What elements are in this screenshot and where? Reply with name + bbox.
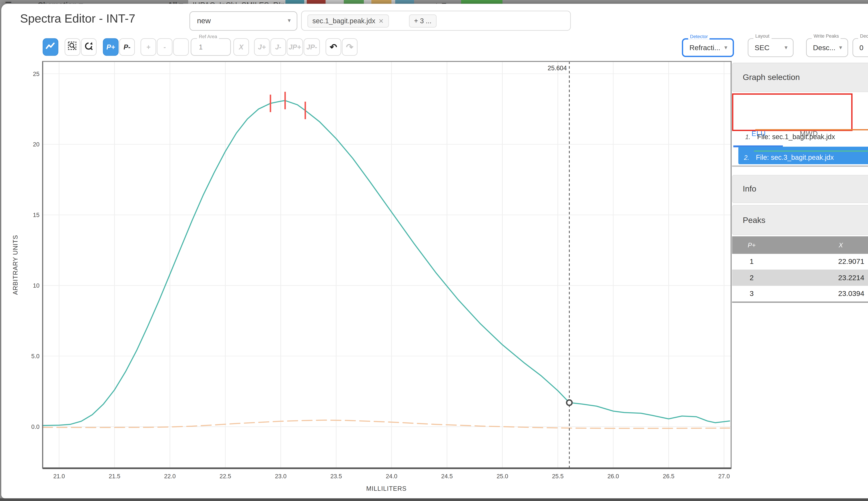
section-header-peaks[interactable]: Peaks ∧	[732, 205, 868, 235]
peak-x-value: 22.9071	[826, 258, 868, 265]
section-title: Peaks	[743, 215, 765, 224]
chart-area[interactable]: 25.60421.021.522.022.523.023.524.024.525…	[1, 57, 738, 499]
select-label: Decimal	[858, 33, 868, 39]
more-files-chip[interactable]: + 3 ...	[409, 14, 437, 27]
svg-text:15: 15	[33, 212, 39, 218]
section-header-info[interactable]: Info ∨	[732, 174, 868, 203]
svg-text:23.5: 23.5	[330, 472, 342, 479]
preset-select-value: new	[197, 16, 211, 25]
peaks-table: P+XY- 122.90712.29e+1✕223.22142.24e+1✕32…	[732, 236, 868, 303]
file-list-item[interactable]: 1.File: sec.1_bagit.peak.jdx	[740, 131, 868, 147]
decimal-select[interactable]: Decimal0▼	[853, 38, 868, 57]
chip-remove-icon[interactable]: ✕	[378, 17, 384, 24]
action-button-green[interactable]	[344, 0, 364, 4]
svg-text:23.0: 23.0	[275, 472, 286, 479]
series-legend-line	[754, 150, 868, 152]
line-chart-icon	[46, 42, 55, 51]
file-list-item[interactable]: 2.File: sec.3_bagit.peak.jdx	[738, 147, 868, 164]
file-chips-box[interactable]: sec.1_bagit.peak.jdx✕+ 3 ...	[301, 10, 571, 31]
select-label: Write Peaks	[812, 33, 841, 39]
peak-index: 3	[750, 290, 754, 297]
peaks-col-X: X	[839, 241, 843, 248]
svg-text:25: 25	[33, 70, 39, 77]
preset-select[interactable]: new ▼	[189, 11, 297, 30]
page-title: Spectra Editor - INT-7	[20, 12, 135, 25]
chip-label: sec.1_bagit.peak.jdx	[313, 17, 375, 24]
chevron-down-icon: ▼	[784, 45, 789, 50]
svg-text:0.0: 0.0	[31, 423, 40, 430]
action-button-red[interactable]	[307, 0, 325, 4]
toolbar-button-redo[interactable]: ↷	[342, 38, 357, 55]
action-button-steel[interactable]	[395, 0, 414, 4]
svg-text:24.5: 24.5	[441, 472, 453, 479]
select-value: SEC	[755, 44, 770, 51]
toolbar-button-jp-minus[interactable]: JP-	[304, 38, 320, 55]
section-header-graph-selection[interactable]: Graph selection ∧	[732, 62, 868, 92]
svg-text:26.0: 26.0	[607, 472, 619, 479]
zoom-area-icon	[68, 41, 77, 52]
svg-text:22.5: 22.5	[220, 472, 231, 479]
toolbar-button-undo[interactable]: ↶	[325, 38, 341, 55]
svg-text:27.0: 27.0	[718, 472, 730, 479]
file-name: File: sec.1_bagit.peak.jdx	[757, 132, 835, 140]
chevron-down-icon: ▼	[723, 45, 729, 50]
svg-text:25.0: 25.0	[497, 472, 508, 479]
file-index: 2.	[744, 154, 749, 161]
detector-select[interactable]: DetectorRefracti...▼	[682, 38, 734, 57]
toolbar-button-peak-remove[interactable]: P-	[119, 38, 135, 55]
toolbar-button-line-chart[interactable]	[43, 38, 58, 55]
toolbar-button-zoom-area[interactable]	[65, 38, 80, 55]
app-menu[interactable]: Chemotion ▾	[38, 0, 83, 4]
toolbar-button-minus[interactable]: -	[157, 38, 172, 55]
search-placeholder: IUPAC, InChI, SMILES, RIn	[192, 0, 285, 4]
toolbar-button-blank[interactable]	[173, 38, 189, 55]
chart-svg: 25.60421.021.522.022.523.023.524.024.525…	[1, 57, 738, 499]
toolbar-button-zoom-reset[interactable]	[81, 38, 96, 55]
peak-x-value: 23.0394	[826, 290, 868, 297]
ref-area-value: 1	[199, 43, 202, 51]
hamburger-icon[interactable]: ☰	[5, 0, 12, 4]
section-title: Info	[743, 184, 756, 193]
toolbar-button-j-plus[interactable]: J+	[254, 38, 270, 55]
layout-select[interactable]: LayoutSEC▼	[748, 38, 794, 57]
svg-text:22.0: 22.0	[164, 472, 176, 479]
toolbar-button-peak-add[interactable]: P+	[103, 38, 118, 55]
svg-text:20: 20	[33, 141, 39, 148]
toolbar-button-plus[interactable]: +	[140, 38, 156, 55]
svg-text:21.0: 21.0	[53, 472, 65, 479]
ref-area-input[interactable]: Ref Area1	[191, 38, 231, 55]
write-peaks-select[interactable]: Write PeaksDesc...▼	[806, 38, 848, 57]
svg-text:25.604: 25.604	[548, 64, 567, 71]
svg-text:25.5: 25.5	[552, 472, 564, 479]
svg-text:5.0: 5.0	[31, 352, 40, 359]
toolbar-button-jp-plus[interactable]: JP+	[286, 38, 303, 55]
spacer	[732, 203, 868, 205]
peak-row[interactable]: 223.22142.24e+1✕	[732, 269, 868, 286]
scope-select[interactable]: All ▾	[168, 0, 183, 4]
spectra-editor-modal: Spectra Editor - INT-7 new ▼ sec.1_bagit…	[1, 3, 868, 498]
peak-row[interactable]: 323.03942.31e+1✕	[732, 286, 868, 301]
bottom-bar	[0, 498, 868, 501]
zoom-reset-icon	[84, 41, 93, 52]
peaks-table-header: P+XY-	[732, 236, 868, 254]
svg-text:MILLILITERS: MILLILITERS	[366, 485, 407, 492]
spacer	[732, 235, 868, 236]
select-value: 0	[859, 44, 863, 51]
chevron-down-icon: ▼	[287, 18, 292, 24]
action-button-wide-green[interactable]	[461, 0, 502, 4]
annotation-highlight-box	[732, 93, 853, 131]
action-button-teal[interactable]	[285, 0, 304, 4]
graph-selection-content: ELU MWD 1.File: sec.1_bagit.peak.jdx2.Fi…	[732, 92, 868, 166]
sort-controls-icon[interactable]: ▲▼	[433, 0, 448, 4]
peak-index: 1	[750, 258, 754, 265]
svg-text:24.0: 24.0	[386, 472, 397, 479]
action-button-tan[interactable]	[371, 0, 391, 4]
file-chip[interactable]: sec.1_bagit.peak.jdx✕	[307, 14, 389, 27]
toolbar-button-j-minus[interactable]: J-	[270, 38, 286, 55]
background-browser-bar: ☰ Chemotion ▾ All ▾ IUPAC, InChI, SMILES…	[0, 0, 868, 4]
peak-x-value: 23.2214	[826, 274, 868, 281]
file-name: File: sec.3_bagit.peak.jdx	[756, 153, 834, 161]
toolbar-button-x-cursor[interactable]: X	[233, 38, 249, 55]
peaks-table-body: 122.90712.29e+1✕223.22142.24e+1✕323.0394…	[732, 254, 868, 301]
peak-row[interactable]: 122.90712.29e+1✕	[732, 254, 868, 269]
